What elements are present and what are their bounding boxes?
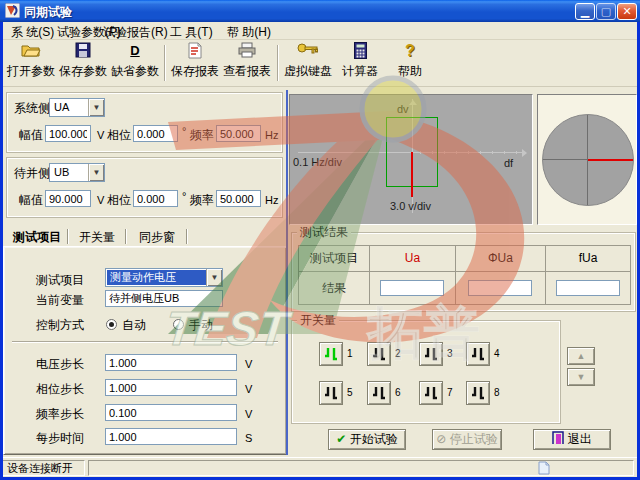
scroll-up-button[interactable]: ▲ [567, 347, 595, 365]
system-side-group: 系统侧 UA ▼ 幅值 V 相位 ° 频率 Hz [6, 92, 283, 153]
status-page-icon [537, 461, 550, 475]
app-icon[interactable] [5, 3, 20, 18]
help-question-icon: ? [390, 42, 430, 62]
voltage-step-field[interactable] [105, 354, 237, 371]
report-page-icon [170, 42, 220, 62]
close-button[interactable]: ✕ [617, 3, 637, 20]
results-header-phi-ua: ΦUa [455, 246, 545, 271]
switch-button-6[interactable] [367, 381, 391, 405]
title-bar: 同期试验 ▁ ▢ ✕ [0, 0, 640, 22]
switch-button-7[interactable] [419, 381, 443, 405]
switch-number: 2 [395, 348, 401, 359]
switch-number: 6 [395, 387, 401, 398]
step-time-field[interactable] [105, 428, 237, 445]
standby-phase-field[interactable] [133, 190, 178, 207]
toolbar-calculator-button[interactable]: 计算器 [337, 42, 383, 84]
switch-button-1[interactable] [319, 342, 343, 366]
switch-button-8[interactable] [466, 381, 490, 405]
test-item-select[interactable]: 测量动作电压 ▼ [105, 268, 223, 287]
manual-radio-label: 手动 [189, 318, 213, 332]
phase-unit: ° [182, 124, 186, 138]
switch-number: 7 [447, 387, 453, 398]
dv-axis-arrow-icon [409, 96, 417, 105]
standby-amplitude-field[interactable] [45, 190, 91, 207]
results-header-item: 测试项目 [299, 246, 369, 271]
amplitude-unit: V [97, 193, 104, 207]
df-axis-label: df [504, 157, 513, 169]
result-phi-ua-field[interactable] [468, 280, 532, 296]
toolbar-separator [277, 45, 279, 81]
standby-channel-value: UB [51, 165, 88, 180]
step-time-unit: S [245, 431, 252, 445]
result-ua-field[interactable] [380, 280, 444, 296]
phase-label: 相位 [107, 128, 131, 142]
manual-radio[interactable] [173, 319, 184, 330]
trace-line [411, 152, 413, 197]
system-freq-field[interactable] [216, 125, 261, 142]
toolbar-virtual-keyboard-button[interactable]: 虚拟键盘 [281, 42, 335, 84]
switch-contact-icon [470, 386, 486, 400]
maximize-button[interactable]: ▢ [596, 3, 616, 20]
switch-number: 5 [347, 387, 353, 398]
freq-label: 频率 [190, 193, 214, 207]
auto-radio[interactable] [106, 319, 117, 330]
switch-button-3[interactable] [419, 342, 443, 366]
switch-contact-icon [323, 347, 339, 361]
switch-button-5[interactable] [319, 381, 343, 405]
amplitude-label: 幅值 [19, 128, 43, 142]
toolbar-view-report-button[interactable]: 查看报表 [222, 42, 272, 84]
toolbar-save-params-button[interactable]: 保存参数 [58, 42, 108, 84]
tab-sync-window[interactable]: 同步窗 [135, 228, 179, 246]
tab-switches[interactable]: 开关量 [75, 228, 119, 246]
calculator-icon [337, 42, 383, 62]
voltage-step-label: 电压步长 [36, 357, 84, 371]
chevron-down-icon[interactable]: ▼ [206, 269, 222, 286]
results-header-f-ua: fUa [545, 246, 630, 271]
toolbar-help-button[interactable]: ? 帮助 [390, 42, 430, 84]
toolbar: 打开参数 保存参数 D 缺省参数 保存报表 查看报表 [0, 40, 640, 87]
scroll-down-button[interactable]: ▼ [567, 368, 595, 386]
result-f-ua-field[interactable] [556, 280, 620, 296]
menu-item-help[interactable]: 帮 助(H) [224, 24, 274, 39]
default-params-icon: D [110, 42, 160, 62]
results-group-title: 测试结果 [297, 226, 351, 239]
tab-test-items[interactable]: 测试项目 [9, 228, 65, 246]
toolbar-default-params-button[interactable]: D 缺省参数 [110, 42, 160, 84]
toolbar-open-params-button[interactable]: 打开参数 [6, 42, 56, 84]
standby-freq-field[interactable] [216, 190, 261, 207]
system-phase-field[interactable] [133, 125, 178, 142]
panel-splitter [286, 90, 288, 455]
exit-button[interactable]: 退出 [533, 429, 611, 450]
switch-button-2[interactable] [367, 342, 391, 366]
menu-item-report[interactable]: 试验报告(R) [100, 24, 171, 39]
phase-step-field[interactable] [105, 379, 237, 396]
phase-step-label: 相位步长 [36, 382, 84, 396]
switch-contact-icon [371, 347, 387, 361]
phase-unit: ° [182, 189, 186, 203]
status-bar: 设备连接断开 [0, 457, 640, 477]
menu-item-system[interactable]: 系 统(S) [8, 24, 57, 39]
amplitude-unit: V [97, 128, 104, 142]
freq-step-label: 频率步长 [36, 407, 84, 421]
stop-test-button[interactable]: ⊘ 停止试验 [432, 429, 502, 450]
standby-channel-select[interactable]: UB ▼ [49, 163, 105, 182]
freq-step-field[interactable] [105, 404, 237, 421]
chevron-down-icon[interactable]: ▼ [88, 99, 104, 116]
current-variable-label: 当前变量 [36, 293, 84, 307]
start-test-button[interactable]: ✔ 开始试验 [328, 429, 406, 450]
switches-group-title: 开关量 [297, 314, 339, 327]
window-title: 同期试验 [24, 4, 72, 21]
dial-pointer [588, 159, 633, 161]
toolbar-save-report-button[interactable]: 保存报表 [170, 42, 220, 84]
minimize-button[interactable]: ▁ [575, 3, 595, 20]
switch-contact-icon [423, 386, 439, 400]
system-amplitude-field[interactable] [45, 125, 91, 142]
results-header-ua: Ua [369, 246, 455, 271]
results-row-label: 结果 [299, 271, 369, 304]
chevron-down-icon[interactable]: ▼ [88, 164, 104, 181]
system-channel-select[interactable]: UA ▼ [49, 98, 105, 117]
switch-button-4[interactable] [466, 342, 490, 366]
menu-item-tools[interactable]: 工 具(T) [167, 24, 216, 39]
prohibited-icon: ⊘ [436, 432, 446, 446]
current-variable-field[interactable] [105, 290, 223, 307]
